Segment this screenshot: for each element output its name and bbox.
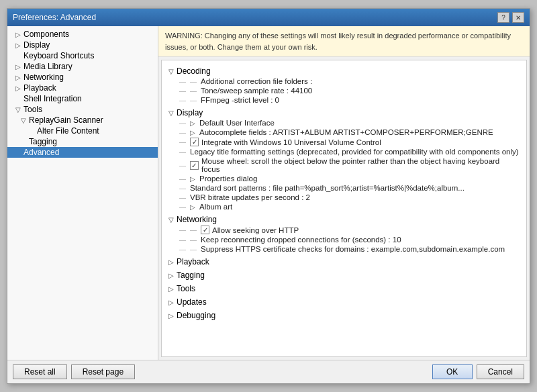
tree-expander-icon: ▽ <box>15 106 23 113</box>
section-title: Playback <box>177 257 209 266</box>
content-area: ▷Components▷Display Keyboard Shortcuts▷M… <box>7 26 530 360</box>
setting-label[interactable]: Album art <box>199 203 232 211</box>
setting-row: —▷Autocomplete fields : ARTIST+ALBUM ART… <box>179 128 520 137</box>
checkbox-icon[interactable] <box>190 138 199 146</box>
row-expander-icon: ▷ <box>190 203 195 211</box>
section-chevron-icon: ▽ <box>168 216 174 224</box>
bottom-right-buttons: OK Cancel <box>432 364 524 379</box>
sidebar-item[interactable]: ▷Components <box>7 29 158 40</box>
close-button[interactable]: ✕ <box>512 12 524 23</box>
section-header-decoding[interactable]: ▽Decoding <box>168 66 520 77</box>
row-expander-icon: ▷ <box>190 175 195 183</box>
sidebar-item[interactable]: ▽ReplayGain Scanner <box>7 115 158 126</box>
section-tools: ▷Tools <box>168 283 520 294</box>
settings-scroll[interactable]: ▽Decoding——Additional correction file fo… <box>161 60 527 357</box>
tree-expander-icon: ▷ <box>15 31 23 38</box>
cancel-button[interactable]: Cancel <box>477 364 524 379</box>
setting-row: —Legacy title formatting settings (depre… <box>179 147 520 156</box>
setting-label[interactable]: Properties dialog <box>199 175 257 183</box>
section-decoding: ▽Decoding——Additional correction file fo… <box>168 66 520 105</box>
setting-label: Keep reconnecting dropped connections fo… <box>201 236 401 244</box>
sidebar-item[interactable]: ▽Tools <box>7 104 158 115</box>
window-title: Preferences: Advanced <box>13 13 96 22</box>
sidebar-item-label: Alter File Content <box>37 126 99 136</box>
setting-label[interactable]: Autocomplete fields : ARTIST+ALBUM ARTIS… <box>199 128 493 136</box>
setting-label: Suppress HTTPS certificate checks for do… <box>201 245 505 253</box>
setting-row: —VBR bitrate updates per second : 2 <box>179 193 520 202</box>
reset-page-button[interactable]: Reset page <box>71 364 135 379</box>
warning-bar: WARNING: Changing any of these settings … <box>158 26 530 57</box>
bottom-bar: Reset all Reset page OK Cancel <box>7 360 530 383</box>
sidebar-item-label: Tools <box>23 105 42 114</box>
title-bar: Preferences: Advanced ? ✕ <box>7 9 530 26</box>
section-updates: ▷Updates <box>168 297 520 307</box>
bottom-left-buttons: Reset all Reset page <box>13 364 135 379</box>
sidebar-item-label: Networking <box>23 72 64 82</box>
setting-label: Allow seeking over HTTP <box>212 226 299 234</box>
setting-label: VBR bitrate updates per second : 2 <box>190 193 310 201</box>
setting-label[interactable]: Default User Interface <box>199 119 275 127</box>
help-button[interactable]: ? <box>497 12 509 23</box>
reset-all-button[interactable]: Reset all <box>13 364 67 379</box>
checkbox-icon[interactable] <box>201 226 209 234</box>
sidebar-item[interactable]: ▷Playback <box>7 83 158 93</box>
setting-row: —▷Album art <box>179 202 520 211</box>
setting-row: ——Keep reconnecting dropped connections … <box>179 235 520 244</box>
preferences-window: Preferences: Advanced ? ✕ ▷Components▷Di… <box>7 8 530 384</box>
sidebar-item-label: Display <box>23 40 50 50</box>
setting-row: ——Suppress HTTPS certificate checks for … <box>179 244 520 254</box>
sidebar-item[interactable]: ▷Media Library <box>7 61 158 72</box>
sidebar-item-label: Shell Integration <box>23 94 82 103</box>
sidebar-item-label: Components <box>23 30 69 39</box>
sidebar-item[interactable]: Tagging <box>7 136 158 147</box>
section-header-networking[interactable]: ▽Networking <box>168 214 520 225</box>
section-title: Updates <box>177 297 207 307</box>
setting-label: Additional correction file folders : <box>201 77 312 85</box>
setting-row: —▷Default User Interface <box>179 118 520 128</box>
sidebar: ▷Components▷Display Keyboard Shortcuts▷M… <box>7 26 158 360</box>
section-chevron-icon: ▽ <box>168 109 174 117</box>
section-chevron-icon: ▽ <box>168 68 174 75</box>
section-networking: ▽Networking——Allow seeking over HTTP——Ke… <box>168 214 520 254</box>
setting-label: Legacy title formatting settings (deprec… <box>190 148 519 156</box>
section-header-tagging[interactable]: ▷Tagging <box>168 270 520 281</box>
setting-row: —Integrate with Windows 10 Universal Vol… <box>179 137 520 147</box>
sidebar-item-label: ReplayGain Scanner <box>29 115 103 125</box>
sidebar-item-label: Keyboard Shortcuts <box>23 51 94 60</box>
tree-expander-icon: ▽ <box>21 117 29 124</box>
sidebar-item[interactable]: Alter File Content <box>7 126 158 136</box>
setting-row: —Mouse wheel: scroll the object below th… <box>179 156 520 174</box>
section-title: Debugging <box>177 311 215 320</box>
setting-label: Tone/sweep sample rate : 44100 <box>201 87 312 95</box>
tree-expander-icon: ▷ <box>15 74 23 81</box>
section-content-display: —▷Default User Interface—▷Autocomplete f… <box>168 118 520 211</box>
row-expander-icon: ▷ <box>190 119 195 127</box>
section-chevron-icon: ▷ <box>168 312 174 320</box>
section-chevron-icon: ▷ <box>168 272 174 279</box>
section-header-debugging[interactable]: ▷Debugging <box>168 310 520 321</box>
section-chevron-icon: ▷ <box>168 258 174 266</box>
section-header-playback[interactable]: ▷Playback <box>168 256 520 267</box>
ok-button[interactable]: OK <box>432 364 473 379</box>
section-header-tools[interactable]: ▷Tools <box>168 283 520 294</box>
sidebar-item[interactable]: Advanced <box>7 147 158 158</box>
row-expander-icon: ▷ <box>190 129 195 136</box>
sidebar-item[interactable]: Shell Integration <box>7 93 158 104</box>
checkbox-icon[interactable] <box>190 161 199 170</box>
sidebar-item-label: Media Library <box>23 62 72 71</box>
main-panel: WARNING: Changing any of these settings … <box>158 26 530 360</box>
section-title: Tagging <box>177 271 205 280</box>
sidebar-item-label: Advanced <box>23 148 59 157</box>
sidebar-item[interactable]: Keyboard Shortcuts <box>7 50 158 61</box>
setting-row: ——Allow seeking over HTTP <box>179 225 520 235</box>
section-header-display[interactable]: ▽Display <box>168 107 520 118</box>
sidebar-item[interactable]: ▷Display <box>7 40 158 50</box>
section-title: Display <box>177 108 203 117</box>
setting-label: Integrate with Windows 10 Universal Volu… <box>201 138 381 146</box>
section-content-networking: ——Allow seeking over HTTP——Keep reconnec… <box>168 225 520 254</box>
setting-row: ——Additional correction file folders : <box>179 77 520 86</box>
sidebar-item[interactable]: ▷Networking <box>7 72 158 83</box>
tree-expander-icon: ▷ <box>15 85 23 92</box>
section-header-updates[interactable]: ▷Updates <box>168 297 520 307</box>
section-playback: ▷Playback <box>168 256 520 267</box>
